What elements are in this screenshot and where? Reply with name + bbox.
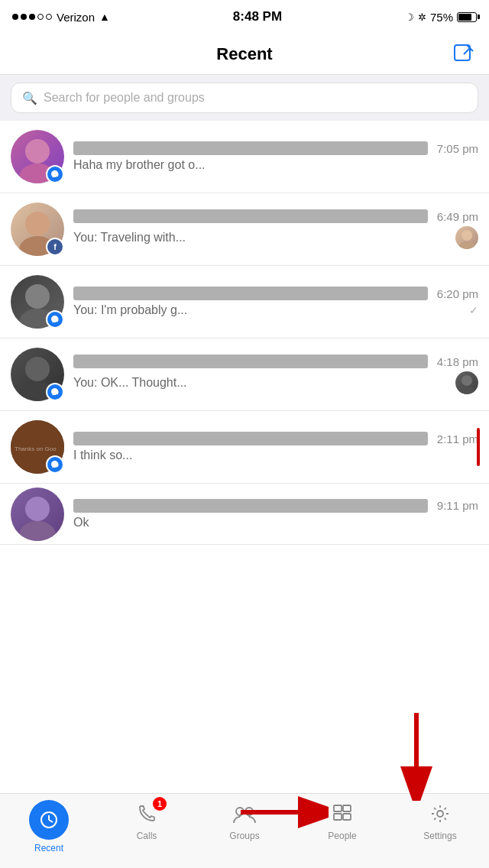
conv-name-bar bbox=[73, 141, 428, 155]
bluetooth-icon: ✲ bbox=[418, 11, 426, 23]
svg-rect-30 bbox=[334, 814, 342, 820]
svg-point-26 bbox=[236, 808, 244, 815]
tab-settings[interactable]: Settings bbox=[391, 800, 489, 841]
conv-bottom: Haha my brother got o... bbox=[73, 158, 478, 172]
conv-time: 4:18 pm bbox=[437, 355, 478, 368]
status-time: 8:48 PM bbox=[233, 9, 282, 24]
tab-calls-label: Calls bbox=[137, 831, 157, 841]
tab-settings-icon-wrap bbox=[426, 800, 454, 828]
svg-text:Thanks on Goo: Thanks on Goo bbox=[15, 445, 57, 452]
svg-point-9 bbox=[25, 284, 50, 309]
svg-rect-29 bbox=[343, 805, 351, 811]
conv-bottom: You: OK... Thought... bbox=[73, 371, 478, 394]
tab-settings-label: Settings bbox=[423, 831, 456, 841]
conv-time: 6:20 pm bbox=[437, 287, 478, 300]
conv-time: 2:11 pm bbox=[437, 432, 478, 445]
page-title: Recent bbox=[216, 44, 272, 64]
conv-name-bar bbox=[73, 499, 428, 513]
svg-line-2 bbox=[464, 48, 470, 54]
svg-point-11 bbox=[25, 357, 50, 381]
messenger-badge bbox=[46, 165, 64, 183]
conv-bottom: Ok bbox=[73, 516, 478, 530]
conv-preview: You: Traveling with... bbox=[73, 231, 449, 245]
tab-groups[interactable]: Groups bbox=[196, 800, 293, 841]
conv-time: 7:05 pm bbox=[437, 142, 478, 155]
conversation-item[interactable]: f 6:49 pm You: Traveling with... bbox=[0, 193, 489, 266]
conv-time: 6:49 pm bbox=[437, 210, 478, 223]
tab-people-icon-wrap bbox=[329, 800, 356, 828]
battery-percentage: 75% bbox=[430, 11, 453, 24]
conv-preview: You: OK... Thought... bbox=[73, 376, 449, 390]
svg-point-18 bbox=[19, 521, 56, 541]
moon-icon: ☽ bbox=[405, 11, 414, 23]
svg-point-8 bbox=[458, 241, 475, 249]
avatar-wrap bbox=[11, 275, 64, 329]
search-placeholder: Search for people and groups bbox=[44, 91, 205, 105]
signal-dot-1 bbox=[12, 14, 18, 20]
search-bar[interactable]: 🔍 Search for people and groups bbox=[11, 83, 478, 113]
tab-people[interactable]: People bbox=[293, 800, 391, 841]
facebook-badge: f bbox=[46, 238, 64, 256]
svg-line-25 bbox=[49, 820, 53, 822]
search-container: 🔍 Search for people and groups bbox=[0, 75, 489, 121]
conv-bottom: You: I'm probably g... ✓ bbox=[73, 303, 478, 317]
conv-name-bar bbox=[73, 355, 428, 368]
avatar-wrap bbox=[11, 487, 64, 541]
svg-point-3 bbox=[25, 139, 50, 164]
compose-button[interactable] bbox=[451, 41, 477, 67]
conversation-item[interactable]: 4:18 pm You: OK... Thought... bbox=[0, 338, 489, 411]
conv-preview: Haha my brother got o... bbox=[73, 158, 478, 172]
conv-content: 9:11 pm Ok bbox=[73, 499, 478, 530]
battery-fill bbox=[458, 14, 471, 21]
svg-point-14 bbox=[458, 387, 475, 394]
tab-people-label: People bbox=[328, 831, 356, 841]
svg-point-5 bbox=[25, 212, 50, 236]
signal-dot-3 bbox=[29, 14, 35, 20]
search-icon: 🔍 bbox=[22, 91, 37, 105]
conversation-item[interactable]: 6:20 pm You: I'm probably g... ✓ bbox=[0, 266, 489, 338]
conv-content: 6:20 pm You: I'm probably g... ✓ bbox=[73, 287, 478, 317]
svg-rect-28 bbox=[334, 805, 342, 811]
avatar bbox=[11, 487, 64, 541]
tab-bar: Recent 1 Calls Groups bbox=[0, 793, 489, 868]
conv-content: 7:05 pm Haha my brother got o... bbox=[73, 141, 478, 172]
messenger-badge bbox=[46, 455, 64, 474]
conv-thumbnail bbox=[455, 226, 478, 249]
svg-point-27 bbox=[245, 808, 253, 815]
wifi-icon: ▲ bbox=[99, 11, 110, 23]
tab-calls[interactable]: 1 Calls bbox=[98, 800, 196, 841]
tab-recent-icon-bg bbox=[29, 800, 69, 840]
conv-top: 9:11 pm bbox=[73, 499, 478, 513]
messenger-badge bbox=[46, 383, 64, 401]
svg-rect-0 bbox=[455, 45, 470, 60]
conv-top: 7:05 pm bbox=[73, 141, 478, 155]
conv-bottom: I think so... bbox=[73, 449, 478, 462]
svg-point-32 bbox=[437, 811, 443, 817]
arrow-down-indicator bbox=[386, 709, 447, 801]
messenger-badge bbox=[46, 310, 64, 329]
conversation-item[interactable]: Thanks on Goo 2:11 pm I think so... bbox=[0, 411, 489, 484]
conv-preview: Ok bbox=[73, 516, 478, 530]
calls-badge: 1 bbox=[153, 797, 167, 811]
conv-name-bar bbox=[73, 209, 428, 223]
header: Recent bbox=[0, 34, 489, 75]
svg-point-17 bbox=[25, 497, 50, 521]
conversation-item[interactable]: 7:05 pm Haha my brother got o... bbox=[0, 121, 489, 193]
avatar-wrap: f bbox=[11, 202, 64, 256]
status-left: Verizon ▲ bbox=[12, 11, 110, 24]
avatar-wrap bbox=[11, 348, 64, 401]
status-right: ☽ ✲ 75% bbox=[405, 11, 477, 24]
conv-content: 4:18 pm You: OK... Thought... bbox=[73, 355, 478, 394]
battery-icon bbox=[457, 12, 477, 22]
tab-recent[interactable]: Recent bbox=[0, 800, 98, 853]
tab-recent-label: Recent bbox=[34, 843, 63, 853]
conv-content: 2:11 pm I think so... bbox=[73, 432, 478, 462]
conv-content: 6:49 pm You: Traveling with... bbox=[73, 209, 478, 249]
conv-top: 4:18 pm bbox=[73, 355, 478, 368]
tab-groups-label: Groups bbox=[229, 831, 259, 841]
conv-top: 6:49 pm bbox=[73, 209, 478, 223]
status-bar: Verizon ▲ 8:48 PM ☽ ✲ 75% bbox=[0, 0, 489, 34]
tab-calls-icon-wrap: 1 bbox=[133, 800, 160, 828]
conversation-list: 7:05 pm Haha my brother got o... f 6:49 … bbox=[0, 121, 489, 545]
conversation-item[interactable]: 9:11 pm Ok bbox=[0, 484, 489, 545]
